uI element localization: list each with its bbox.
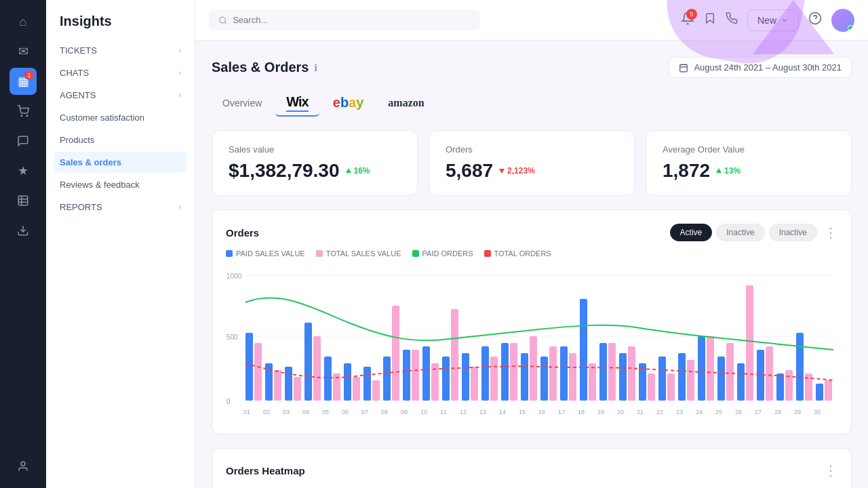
sidebar-chat[interactable] xyxy=(9,127,37,155)
svg-rect-39 xyxy=(521,353,528,401)
info-icon[interactable]: ℹ xyxy=(314,62,317,73)
stat-label-sales: Sales value xyxy=(229,144,401,155)
search-input[interactable] xyxy=(233,15,471,25)
svg-text:08: 08 xyxy=(381,409,388,415)
svg-point-8 xyxy=(220,17,226,23)
legend-total-orders: TOTAL ORDERS xyxy=(484,249,551,258)
svg-rect-52 xyxy=(776,373,784,401)
chart-header: Orders Active Inactive Inactive ⋮ xyxy=(226,224,837,241)
ebay-logo: ebay xyxy=(333,95,364,110)
nav-products[interactable]: Products xyxy=(54,129,186,150)
filter-inactive-2[interactable]: Inactive xyxy=(769,224,817,241)
svg-text:12: 12 xyxy=(460,409,467,415)
svg-rect-28 xyxy=(304,323,312,401)
svg-line-9 xyxy=(224,22,226,23)
nav-sidebar: Insights TICKETS › CHATS › AGENTS › Cust… xyxy=(46,0,195,488)
svg-rect-49 xyxy=(717,357,725,401)
up-arrow-icon-2 xyxy=(715,167,722,174)
svg-rect-35 xyxy=(442,357,450,401)
app-title: Insights xyxy=(46,14,195,40)
svg-rect-44 xyxy=(619,353,627,401)
filter-active[interactable]: Active xyxy=(670,224,713,241)
svg-rect-2 xyxy=(18,196,28,205)
svg-rect-76 xyxy=(667,373,675,401)
sidebar-star[interactable]: ★ xyxy=(9,157,37,184)
orders-chart-svg-wrap: 1000 500 0 xyxy=(226,268,837,420)
help-icon[interactable] xyxy=(808,12,822,28)
sidebar-user[interactable] xyxy=(9,453,37,480)
chats-chevron: › xyxy=(179,69,181,77)
svg-rect-34 xyxy=(422,346,430,401)
svg-rect-53 xyxy=(796,333,804,401)
svg-text:07: 07 xyxy=(361,409,368,415)
legend-total-sales: TOTAL SALES VALUE xyxy=(316,249,401,258)
svg-rect-43 xyxy=(599,343,607,401)
svg-rect-54 xyxy=(816,384,823,401)
svg-text:02: 02 xyxy=(263,409,270,415)
tickets-chevron: › xyxy=(179,47,181,54)
stat-value-orders: 5,687 2,123% xyxy=(446,160,618,182)
svg-marker-18 xyxy=(716,168,722,173)
nav-chats[interactable]: CHATS › xyxy=(54,62,186,83)
svg-text:15: 15 xyxy=(519,409,526,415)
sidebar-home[interactable]: ⌂ xyxy=(9,8,37,35)
svg-rect-41 xyxy=(560,346,568,401)
calendar-icon xyxy=(679,63,688,73)
svg-rect-71 xyxy=(569,353,576,401)
svg-text:1000: 1000 xyxy=(226,272,242,280)
bookmark-icon[interactable] xyxy=(704,12,716,28)
date-range-filter[interactable]: August 24th 2021 – August 30th 2021 xyxy=(669,57,852,78)
nav-customer-satisfaction[interactable]: Customer satisfaction xyxy=(54,107,186,128)
filter-inactive-1[interactable]: Inactive xyxy=(716,224,764,241)
new-button[interactable]: New xyxy=(747,9,799,31)
svg-text:21: 21 xyxy=(637,409,644,415)
svg-rect-47 xyxy=(678,353,686,401)
stat-change-orders: 2,123% xyxy=(498,166,535,176)
svg-text:09: 09 xyxy=(401,409,408,415)
svg-point-7 xyxy=(21,462,25,466)
chart-badge: 1 xyxy=(24,70,34,80)
svg-point-1 xyxy=(26,115,28,117)
nav-reviews-feedback[interactable]: Reviews & feedback xyxy=(54,174,186,195)
sidebar-chart[interactable]: ▦ 1 xyxy=(9,68,37,95)
svg-text:05: 05 xyxy=(322,409,329,415)
topbar: 5 New xyxy=(195,0,868,41)
heatmap-card: Orders Heatmap ⋮ Total orders received xyxy=(212,448,852,488)
sidebar-mail[interactable]: ✉ xyxy=(9,38,37,65)
svg-text:01: 01 xyxy=(243,409,250,415)
up-arrow-icon xyxy=(345,167,352,174)
sidebar-cart[interactable] xyxy=(9,98,37,125)
svg-rect-81 xyxy=(766,346,773,401)
heatmap-more-icon[interactable]: ⋮ xyxy=(824,462,837,479)
stat-value-sales: $1,382,79.30 16% xyxy=(229,160,401,182)
tab-overview[interactable]: Overview xyxy=(212,92,273,114)
svg-text:03: 03 xyxy=(283,409,290,415)
nav-sales-orders[interactable]: Sales & orders xyxy=(54,152,186,173)
sidebar-table[interactable] xyxy=(9,187,37,214)
nav-reports[interactable]: REPORTS › xyxy=(54,197,186,218)
nav-tickets[interactable]: TICKETS › xyxy=(54,40,186,61)
page-header: Sales & Orders ℹ August 24th 2021 – Augu… xyxy=(212,57,852,78)
sidebar-download[interactable] xyxy=(9,217,37,244)
search-box[interactable] xyxy=(209,9,480,30)
tab-ebay[interactable]: ebay xyxy=(322,92,375,113)
chevron-down-icon xyxy=(781,16,789,24)
svg-text:29: 29 xyxy=(794,409,801,415)
avatar[interactable] xyxy=(831,9,854,32)
svg-rect-29 xyxy=(324,357,332,401)
notification-bell[interactable]: 5 xyxy=(681,12,694,28)
svg-text:18: 18 xyxy=(578,409,585,415)
tab-amazon[interactable]: amazon xyxy=(377,94,435,112)
nav-agents[interactable]: AGENTS › xyxy=(54,85,186,106)
tab-wix[interactable]: Wix xyxy=(275,89,319,117)
stat-label-avg: Average Order Value xyxy=(663,144,835,155)
svg-rect-40 xyxy=(540,357,548,401)
svg-rect-27 xyxy=(285,367,292,401)
svg-rect-31 xyxy=(363,367,371,401)
svg-rect-77 xyxy=(687,360,694,401)
svg-text:19: 19 xyxy=(597,409,604,415)
phone-icon[interactable] xyxy=(726,12,738,28)
chart-more-icon[interactable]: ⋮ xyxy=(824,224,837,241)
svg-marker-16 xyxy=(346,168,351,173)
date-range-text: August 24th 2021 – August 30th 2021 xyxy=(694,62,842,73)
